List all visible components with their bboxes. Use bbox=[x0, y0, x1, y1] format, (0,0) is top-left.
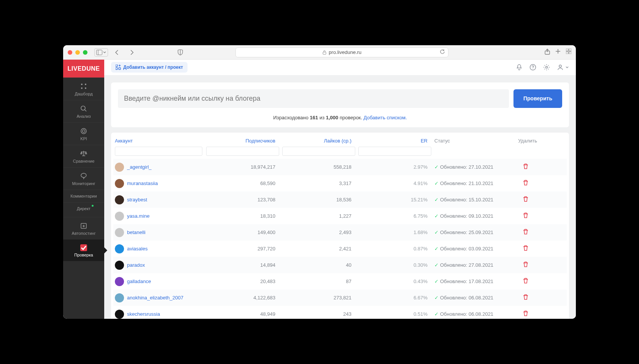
account-link[interactable]: anokhina_elizabeth_2007 bbox=[127, 295, 183, 301]
content: Проверить Израсходовано 161 из 1,000 про… bbox=[104, 76, 576, 319]
delete-button[interactable] bbox=[514, 229, 537, 236]
followers-value: 4,122,683 bbox=[206, 295, 282, 301]
followers-value: 48,949 bbox=[206, 311, 282, 317]
chat-icon bbox=[80, 172, 87, 180]
add-account-button[interactable]: Добавить аккаунт / проект bbox=[111, 62, 188, 73]
check-icon: ✓ bbox=[434, 311, 439, 317]
column-likes[interactable]: Лайков (ср.) bbox=[282, 138, 358, 144]
account-cell: skechersrussia bbox=[115, 310, 206, 319]
window-zoom-button[interactable] bbox=[83, 50, 87, 55]
scales-icon bbox=[80, 150, 87, 157]
check-icon: ✓ bbox=[434, 279, 439, 284]
delete-button[interactable] bbox=[514, 180, 537, 187]
account-link[interactable]: straybest bbox=[127, 197, 147, 203]
svg-point-8 bbox=[81, 84, 83, 85]
account-cell: muranastasiia bbox=[115, 179, 206, 188]
table-row: muranastasiia 68,590 3,317 4.91% ✓ Обнов… bbox=[113, 175, 567, 191]
reload-icon[interactable] bbox=[440, 49, 445, 55]
nav-dashboard[interactable]: Дашборд bbox=[63, 78, 104, 100]
profile-menu[interactable] bbox=[557, 64, 569, 71]
delete-button[interactable] bbox=[514, 196, 537, 203]
delete-button[interactable] bbox=[514, 278, 537, 285]
nav-kpi[interactable]: KPI bbox=[63, 122, 104, 145]
nav-analysis[interactable]: Анализ bbox=[63, 100, 104, 122]
trash-icon bbox=[523, 294, 529, 300]
new-tab-icon[interactable] bbox=[555, 49, 561, 56]
usage-mid: из bbox=[318, 115, 326, 120]
svg-point-27 bbox=[546, 66, 548, 68]
account-link[interactable]: _agentgirl_ bbox=[127, 164, 151, 170]
account-link[interactable]: paradox bbox=[127, 262, 145, 268]
avatar bbox=[115, 195, 124, 204]
nav-autoposting[interactable]: Автопостинг bbox=[63, 217, 104, 239]
filter-followers-input[interactable] bbox=[206, 147, 279, 156]
nav-check[interactable]: Проверка bbox=[63, 239, 104, 261]
nav-compare[interactable]: Сравнение bbox=[63, 145, 104, 167]
delete-button[interactable] bbox=[514, 245, 537, 252]
nav-label: Анализ bbox=[76, 114, 91, 119]
svg-rect-22 bbox=[116, 65, 118, 66]
check-icon: ✓ bbox=[434, 197, 439, 203]
status-cell: ✓ Обновлено: 03.09.2021 bbox=[434, 246, 514, 252]
nav-comments[interactable]: Комментарии bbox=[63, 190, 104, 202]
help-icon[interactable] bbox=[529, 64, 536, 71]
usage-total: 1,000 bbox=[326, 115, 339, 120]
nav-direct[interactable]: Директ bbox=[63, 202, 104, 215]
nav-label: Дашборд bbox=[75, 92, 92, 96]
share-icon[interactable] bbox=[545, 49, 550, 56]
check-button[interactable]: Проверить bbox=[513, 89, 562, 108]
status-text: Обновлено: 17.08.2021 bbox=[440, 279, 493, 284]
account-link[interactable]: galladance bbox=[127, 279, 151, 284]
trash-icon bbox=[523, 310, 529, 317]
window-minimize-button[interactable] bbox=[75, 50, 80, 55]
svg-rect-4 bbox=[566, 49, 568, 51]
blogger-search-input[interactable] bbox=[118, 89, 509, 108]
nav-monitoring[interactable]: Мониторинг bbox=[63, 167, 104, 190]
settings-icon[interactable] bbox=[543, 64, 550, 71]
account-link[interactable]: skechersrussia bbox=[127, 311, 160, 317]
likes-value: 273,821 bbox=[282, 295, 358, 301]
delete-button[interactable] bbox=[514, 310, 537, 318]
lock-icon bbox=[323, 50, 326, 55]
browser-forward-button[interactable] bbox=[126, 48, 137, 57]
shield-icon[interactable] bbox=[175, 48, 186, 57]
trash-icon bbox=[523, 261, 529, 267]
delete-button[interactable] bbox=[514, 163, 537, 171]
account-link[interactable]: muranastasiia bbox=[127, 180, 158, 186]
browser-back-button[interactable] bbox=[112, 48, 122, 57]
sidebar-toggle-button[interactable] bbox=[94, 48, 108, 57]
delete-button[interactable] bbox=[514, 294, 537, 301]
account-link[interactable]: yasa.mine bbox=[127, 213, 149, 219]
table-row: _agentgirl_ 18,974,217 558,218 2.97% ✓ О… bbox=[113, 159, 567, 175]
column-er[interactable]: ER bbox=[358, 138, 434, 144]
account-link[interactable]: aviasales bbox=[127, 246, 148, 252]
svg-point-10 bbox=[81, 87, 83, 89]
table-row: betanelli 149,400 2,493 1.68% ✓ Обновлен… bbox=[113, 224, 567, 241]
account-link[interactable]: betanelli bbox=[127, 229, 145, 235]
delete-button[interactable] bbox=[514, 261, 537, 269]
check-button-label: Проверить bbox=[523, 95, 552, 101]
add-list-link[interactable]: Добавить списком. bbox=[364, 115, 407, 120]
results-table: Аккаунт Подписчиков Лайков (ср.) ER Стат… bbox=[111, 133, 569, 319]
window-close-button[interactable] bbox=[68, 50, 72, 55]
svg-rect-24 bbox=[119, 68, 121, 70]
svg-rect-6 bbox=[566, 52, 568, 54]
address-bar[interactable]: pro.livedune.ru bbox=[235, 47, 448, 57]
browser-window: pro.livedune.ru LIVEDUNE Дашборд bbox=[63, 45, 576, 319]
filter-er-input[interactable] bbox=[358, 147, 431, 156]
trash-icon bbox=[523, 278, 529, 284]
filter-likes-input[interactable] bbox=[282, 147, 355, 156]
tab-overview-icon[interactable] bbox=[566, 49, 571, 56]
filter-account-input[interactable] bbox=[115, 147, 202, 156]
logo: LIVEDUNE bbox=[63, 60, 104, 78]
account-cell: yasa.mine bbox=[115, 212, 206, 221]
delete-button[interactable] bbox=[514, 212, 537, 220]
table-row: skechersrussia 48,949 243 0.51% ✓ Обновл… bbox=[113, 306, 567, 319]
check-icon: ✓ bbox=[434, 295, 439, 301]
er-value: 0.87% bbox=[358, 246, 434, 252]
notifications-icon[interactable] bbox=[516, 64, 523, 71]
add-account-label: Добавить аккаунт / проект bbox=[123, 65, 183, 70]
account-cell: _agentgirl_ bbox=[115, 163, 206, 172]
column-account[interactable]: Аккаунт bbox=[115, 138, 206, 144]
column-followers[interactable]: Подписчиков bbox=[206, 138, 282, 144]
